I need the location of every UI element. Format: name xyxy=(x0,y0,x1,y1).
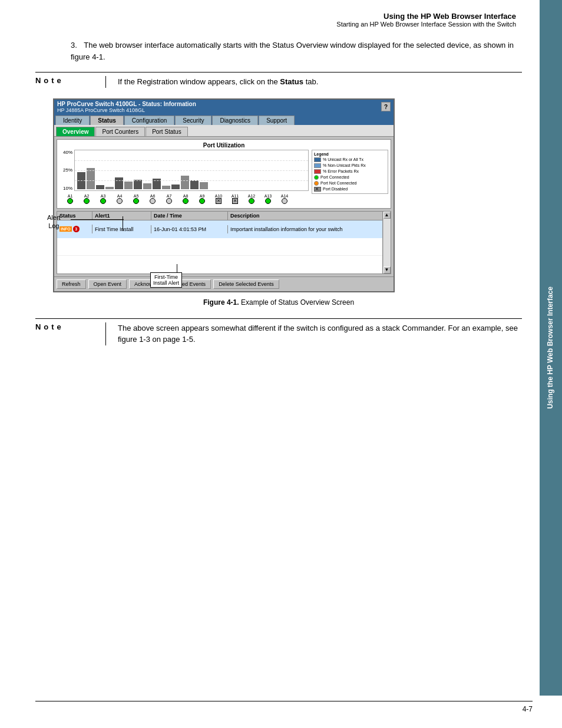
port-util-area: Port Utilization 40% 25% 10% xyxy=(57,139,391,209)
alert-log-line2: Log xyxy=(48,222,59,229)
alert-log-container: Status Alert1 Date / Time Description IN… xyxy=(57,211,391,274)
alert-log-line1: Alert xyxy=(47,214,61,221)
header-subtitle: Starting an HP Web Browser Interface Ses… xyxy=(35,21,516,28)
first-time-arrow xyxy=(177,264,178,273)
col-desc-header: Description xyxy=(228,212,382,220)
note-1-section: N o t e If the Registration window appea… xyxy=(35,72,522,88)
port-a4: A4 xyxy=(111,194,128,204)
port-a7-label: A7 xyxy=(167,194,172,198)
note-2-section: N o t e The above screen appears somewha… xyxy=(35,318,522,345)
bar-a8 xyxy=(143,183,151,189)
col-datetime-cell: 16-Jun-01 4:01:53 PM xyxy=(151,225,228,233)
nav-tab-identity[interactable]: Identity xyxy=(55,116,90,125)
port-a8-dot xyxy=(183,198,189,204)
port-a12-label: A12 xyxy=(248,194,255,198)
port-a13-dot xyxy=(265,198,271,204)
page-number: 4-7 xyxy=(523,705,533,713)
y-axis: 40% 25% 10% xyxy=(59,150,74,191)
bar-a2 xyxy=(87,168,95,189)
nav-tab-support[interactable]: Support xyxy=(259,116,295,125)
port-a10: A10 ✕ xyxy=(210,194,227,204)
port-a2: A2 xyxy=(78,194,95,204)
figure-caption: Figure 4-1. Example of Status Overview S… xyxy=(35,298,522,307)
note-2-content: The above screen appears somewhat differ… xyxy=(106,322,522,345)
bar-a10 xyxy=(162,186,170,189)
legend-crossed: ✕ xyxy=(314,187,321,192)
scrollbar[interactable]: ▲ ▼ xyxy=(382,212,391,274)
subnav-port-status[interactable]: Port Status xyxy=(146,127,187,136)
switch-titlebar: HP ProCurve Switch 4100GL - Status: Info… xyxy=(54,100,394,114)
port-a3: A3 xyxy=(95,194,111,204)
switch-subnav: Overview Port Counters Port Status xyxy=(54,125,394,137)
delete-button[interactable]: Delete Selected Events xyxy=(213,279,279,289)
port-util-title: Port Utilization xyxy=(59,142,388,149)
port-a9-label: A9 xyxy=(200,194,205,198)
scroll-up-btn[interactable]: ▲ xyxy=(384,212,391,219)
subnav-port-counters[interactable]: Port Counters xyxy=(95,127,145,136)
bar-a4 xyxy=(105,187,114,189)
right-sidebar: Using the HP Web Browser Interface xyxy=(540,0,562,696)
scroll-down-btn[interactable]: ▼ xyxy=(384,266,391,274)
open-event-button[interactable]: Open Event xyxy=(88,279,127,289)
note-1-label: N o t e xyxy=(35,76,106,88)
page-container: Using the HP Web Browser Interface Using… xyxy=(0,0,562,728)
legend-title: Legend xyxy=(314,152,386,156)
first-time-label: First-Time Install Alert xyxy=(150,272,182,288)
legend-item-6: ✕ Port Disabled xyxy=(314,187,386,192)
port-a1: A1 xyxy=(62,194,78,204)
col-status-header: Status xyxy=(57,212,92,220)
bar-a13 xyxy=(190,180,199,189)
port-a10-dot: ✕ xyxy=(216,198,222,204)
grid-line-2 xyxy=(75,170,308,171)
alert-row-1[interactable]: INFO 3 First Time Install 16-Jun-01 4:01… xyxy=(57,220,382,238)
port-a9-dot xyxy=(199,198,205,204)
grid-line-3 xyxy=(75,180,308,181)
port-a2-label: A2 xyxy=(84,194,90,198)
sidebar-text: Using the HP Web Browser Interface xyxy=(546,286,556,409)
port-a9: A9 xyxy=(194,194,210,204)
port-dots-row: A1 A2 A3 xyxy=(59,192,388,206)
legend-text-1: % Unicast Rx or All Tx xyxy=(323,157,363,162)
alert-log-arrow-vert xyxy=(123,216,124,231)
port-a6: A6 xyxy=(144,194,161,204)
subnav-overview[interactable]: Overview xyxy=(56,127,95,136)
bar-a12 xyxy=(181,176,189,189)
port-a2-dot xyxy=(84,198,90,204)
y-label-25: 25% xyxy=(59,167,72,173)
note-1-content: If the Registration window appears, clic… xyxy=(106,76,318,88)
legend-dot-4 xyxy=(314,175,319,180)
main-content: Using the HP Web Browser Interface Start… xyxy=(0,0,540,368)
scroll-track xyxy=(384,219,391,266)
legend-item-3: % Error Packets Rx xyxy=(314,169,386,174)
port-a14: A14 xyxy=(276,194,293,204)
help-button[interactable]: ? xyxy=(381,102,391,111)
legend-text-4: Port Connected xyxy=(320,175,349,179)
port-a3-label: A3 xyxy=(101,194,106,198)
header-title: Using the HP Web Browser Interface xyxy=(35,12,516,21)
y-label-10: 10% xyxy=(59,186,72,191)
note-2-label: N o t e xyxy=(35,322,106,345)
switch-buttons: Refresh Open Event Acknowledge Selected … xyxy=(54,276,394,291)
step-body: The web browser interface automatically … xyxy=(71,41,514,61)
legend-box-3 xyxy=(314,169,321,174)
port-a13: A13 xyxy=(260,194,276,204)
screenshot-outer: Alert Log First-Time Install Alert HP Pr… xyxy=(53,98,522,292)
status-badge: INFO xyxy=(59,226,72,232)
legend-text-2: % Non-Unicast Pkts Rx xyxy=(323,163,366,167)
note-1-text-after: tab. xyxy=(303,77,318,86)
bar-a6 xyxy=(124,182,133,189)
nav-tab-security[interactable]: Security xyxy=(175,116,211,125)
nav-tab-diagnostics[interactable]: Diagnostics xyxy=(212,116,258,125)
step-number: 3. xyxy=(71,39,77,51)
port-a6-dot xyxy=(150,198,156,204)
refresh-button[interactable]: Refresh xyxy=(57,279,86,289)
port-a8: A8 xyxy=(177,194,194,204)
bar-a3 xyxy=(96,185,104,189)
empty-row-1 xyxy=(57,238,382,256)
alert-log-table: Status Alert1 Date / Time Description IN… xyxy=(57,212,382,274)
nav-tab-configuration[interactable]: Configuration xyxy=(124,116,174,125)
nav-tab-status[interactable]: Status xyxy=(90,116,124,125)
port-a11: A11 ✕ xyxy=(227,194,243,204)
switch-ui: HP ProCurve Switch 4100GL - Status: Info… xyxy=(53,98,395,292)
legend: Legend % Unicast Rx or All Tx % Non-Unic… xyxy=(312,150,388,194)
